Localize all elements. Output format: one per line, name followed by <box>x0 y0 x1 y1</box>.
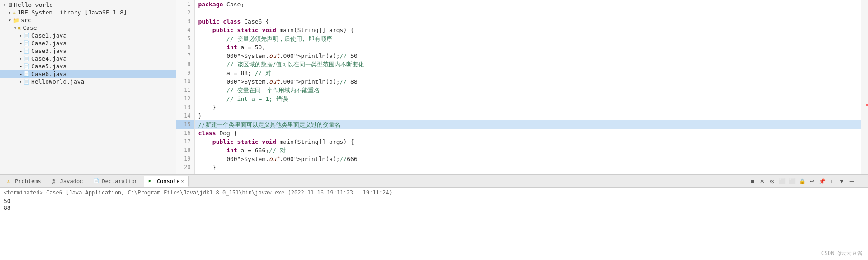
java-icon: 📄 <box>24 56 30 61</box>
sidebar-item-case-pkg[interactable]: ▾ ⊞ Case <box>0 24 176 32</box>
declaration-icon: 📄 <box>94 178 100 184</box>
line-number: 9 <box>176 69 194 77</box>
line-number: 5 <box>176 34 194 43</box>
line-content: } <box>194 103 861 112</box>
sidebar-item-hello-world[interactable]: ▾ 🖥 Hello world <box>0 1 176 9</box>
project-icon: 🖥 <box>7 2 13 8</box>
bottom-tabs: ⚠ Problems @ Javadoc 📄 Declaration ▶ Con… <box>0 175 868 188</box>
word-wrap-btn[interactable]: ↩ <box>807 177 816 186</box>
sidebar-item-jre[interactable]: ▸ ☕ JRE System Library [JavaSE-1.8] <box>0 9 176 16</box>
line-number: 10 <box>176 77 194 86</box>
copy-btn[interactable]: ⬜ <box>778 177 787 186</box>
line-number: 8 <box>176 60 194 69</box>
watermark: CSDN @云云豆酱 <box>821 250 863 257</box>
line-number: 15 <box>176 120 194 129</box>
arrow-icon: ▾ <box>7 18 13 23</box>
arrow-icon: ▸ <box>7 10 13 15</box>
sidebar: ▾ 🖥 Hello world ▸ ☕ JRE System Library [… <box>0 0 176 174</box>
paste-btn[interactable]: ⬜ <box>788 177 797 186</box>
library-icon: ☕ <box>13 9 16 16</box>
line-content: public static void main(String[] args) { <box>194 137 861 146</box>
tab-problems[interactable]: ⚠ Problems <box>2 176 46 187</box>
pkg-label: Case <box>23 24 37 31</box>
sidebar-item-case6[interactable]: ▸ 📄 Case6.java <box>0 70 176 78</box>
main-area: ▾ 🖥 Hello world ▸ ☕ JRE System Library [… <box>0 0 868 174</box>
bottom-panel: ⚠ Problems @ Javadoc 📄 Declaration ▶ Con… <box>0 174 868 260</box>
display-selected-btn[interactable]: ▼ <box>837 177 846 186</box>
sidebar-item-case1[interactable]: ▸ 📄 Case1.java <box>0 32 176 39</box>
line-content: 000">System.out.000">println(a);// 88 <box>194 77 861 86</box>
line-number: 3 <box>176 17 194 26</box>
line-content: int a = 50; <box>194 43 861 52</box>
code-table: 1package Case;23public class Case6 {4 pu… <box>176 0 861 174</box>
line-content: //新建一个类里面可以定义其他类里面定义过的变量名 <box>194 120 861 129</box>
pin-btn[interactable]: 📌 <box>817 177 826 186</box>
line-number: 17 <box>176 137 194 146</box>
line-number: 7 <box>176 52 194 60</box>
javadoc-icon: @ <box>52 178 58 184</box>
arrow-icon: ▸ <box>18 33 24 38</box>
case5-label: Case5.java <box>31 63 66 70</box>
sidebar-item-case4[interactable]: ▸ 📄 Case4.java <box>0 55 176 62</box>
arrow-icon: ▸ <box>18 56 24 61</box>
tab-javadoc[interactable]: @ Javadoc <box>47 176 88 187</box>
error-marker <box>866 104 868 106</box>
line-content: // 变量在同一个作用域内不能重名 <box>194 86 861 95</box>
sidebar-item-helloworld[interactable]: ▸ 📄 HelloWorld.java <box>0 78 176 85</box>
line-number: 18 <box>176 146 194 155</box>
arrow-icon: ▸ <box>18 79 24 84</box>
line-content: // int a = 1; 错误 <box>194 95 861 103</box>
scroll-lock-btn[interactable]: 🔒 <box>797 177 807 186</box>
helloworld-label: HelloWorld.java <box>31 78 84 85</box>
case6-label: Case6.java <box>31 71 66 77</box>
line-number: 19 <box>176 155 194 163</box>
arrow-icon: ▾ <box>13 25 18 30</box>
java-icon: 📄 <box>24 63 30 69</box>
line-number: 14 <box>176 112 194 120</box>
code-container[interactable]: 1package Case;23public class Case6 {4 pu… <box>176 0 861 174</box>
case1-label: Case1.java <box>31 32 66 39</box>
new-console-btn[interactable]: + <box>827 177 836 186</box>
console-label: Console <box>157 178 180 184</box>
tab-declaration[interactable]: 📄 Declaration <box>89 176 142 187</box>
line-content: package Case; <box>194 0 861 9</box>
sidebar-item-case5[interactable]: ▸ 📄 Case5.java <box>0 62 176 70</box>
line-content: // 变量必须先声明，后使用, 即有顺序 <box>194 34 861 43</box>
line-content: class Dog { <box>194 129 861 137</box>
line-content: // 该区域的数据/值可以在同一类型范围内不断变化 <box>194 60 861 69</box>
arrow-icon: ▸ <box>18 64 24 69</box>
terminate-btn[interactable]: ■ <box>748 177 757 186</box>
jre-label: JRE System Library [JavaSE-1.8] <box>17 9 127 16</box>
java-icon: 📄 <box>24 71 30 77</box>
line-content: } <box>194 112 861 120</box>
sidebar-item-case2[interactable]: ▸ 📄 Case2.java <box>0 39 176 47</box>
arrow-icon: ▸ <box>18 41 24 46</box>
tab-console[interactable]: ▶ Console ✕ <box>144 176 189 187</box>
line-content: a = 88; // 对 <box>194 69 861 77</box>
line-content: public class Case6 { <box>194 17 861 26</box>
console-icon: ▶ <box>149 178 155 184</box>
minimap <box>861 0 868 174</box>
line-number: 4 <box>176 26 194 34</box>
line-content: 000">System.out.000">println(a);//666 <box>194 155 861 163</box>
sidebar-item-src[interactable]: ▾ 📁 src <box>0 16 176 24</box>
javadoc-label: Javadoc <box>60 178 83 184</box>
line-content <box>194 9 861 17</box>
line-number: 1 <box>176 0 194 9</box>
sidebar-item-case3[interactable]: ▸ 📄 Case3.java <box>0 47 176 55</box>
console-output-line1: 50 <box>4 198 864 204</box>
java-icon: 📄 <box>24 33 30 38</box>
console-output-line2: 88 <box>4 204 864 211</box>
minimize-btn[interactable]: ─ <box>847 177 856 186</box>
case4-label: Case4.java <box>31 55 66 62</box>
line-number: 20 <box>176 163 194 172</box>
remove-btn[interactable]: ✕ <box>758 177 767 186</box>
java-icon: 📄 <box>24 79 30 85</box>
console-close-icon: ✕ <box>181 179 184 184</box>
maximize-btn[interactable]: □ <box>857 177 866 186</box>
console-content: <terminated> Case6 [Java Application] C:… <box>0 188 868 260</box>
src-label: src <box>21 17 31 24</box>
remove-all-btn[interactable]: ⊗ <box>768 177 777 186</box>
line-number: 12 <box>176 95 194 103</box>
line-content: int a = 666;// 对 <box>194 146 861 155</box>
